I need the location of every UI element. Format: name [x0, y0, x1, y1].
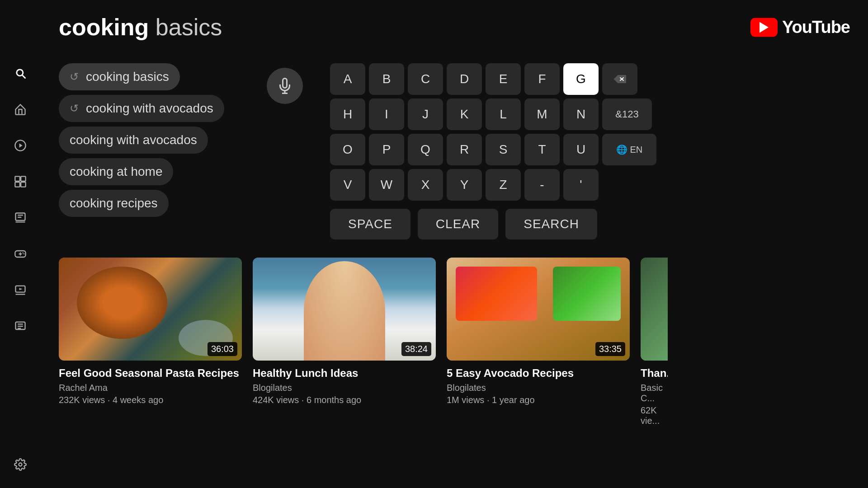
- key-w[interactable]: W: [369, 169, 404, 201]
- suggestion-cooking-with-avocados-1[interactable]: ↺ cooking with avocados: [59, 95, 224, 122]
- key-dash[interactable]: -: [524, 169, 560, 201]
- key-o[interactable]: O: [330, 134, 365, 165]
- key-language[interactable]: 🌐 EN: [602, 134, 656, 165]
- key-t[interactable]: T: [524, 134, 560, 165]
- video-title-0: Feel Good Seasonal Pasta Recipes: [59, 366, 242, 380]
- key-l[interactable]: L: [486, 99, 521, 130]
- key-s[interactable]: S: [486, 134, 521, 165]
- video-title-3: Than...: [641, 366, 668, 380]
- youtube-logo-icon: [750, 18, 778, 37]
- key-y[interactable]: Y: [447, 169, 482, 201]
- video-meta-2: 1M views · 1 year ago: [447, 395, 630, 405]
- youtube-logo-text: YouTube: [782, 18, 850, 37]
- key-c[interactable]: C: [408, 63, 443, 95]
- sidebar-item-subscriptions[interactable]: [10, 172, 30, 192]
- video-age-0: 4 weeks ago: [113, 395, 163, 405]
- suggestion-cooking-basics[interactable]: ↺ cooking basics: [59, 63, 180, 90]
- suggestion-text-1: cooking with avocados: [86, 101, 213, 116]
- search-button[interactable]: SEARCH: [505, 209, 597, 239]
- clear-button[interactable]: CLEAR: [418, 209, 498, 239]
- keyboard-row-2: H I J K L M N &123: [330, 99, 656, 130]
- key-h[interactable]: H: [330, 99, 365, 130]
- mic-area: [267, 63, 303, 104]
- history-icon-1: ↺: [70, 102, 79, 115]
- key-u[interactable]: U: [563, 134, 599, 165]
- video-channel-0: Rachel Ama: [59, 383, 242, 393]
- video-title-1: Healthy Lunch Ideas: [253, 366, 436, 380]
- history-icon-0: ↺: [70, 70, 79, 83]
- sidebar-item-settings[interactable]: [10, 455, 30, 474]
- key-f[interactable]: F: [524, 63, 560, 95]
- video-card-3[interactable]: Than... Basic C... 62K vie...: [641, 258, 668, 488]
- key-b[interactable]: B: [369, 63, 404, 95]
- video-thumb-2: 33:35: [447, 258, 630, 361]
- video-meta-1: 424K views · 6 months ago: [253, 395, 436, 405]
- key-q[interactable]: Q: [408, 134, 443, 165]
- sidebar-item-history[interactable]: [10, 316, 30, 336]
- key-k[interactable]: K: [447, 99, 482, 130]
- suggestion-text-0: cooking basics: [86, 70, 169, 84]
- video-card-0[interactable]: 36:03 Feel Good Seasonal Pasta Recipes R…: [59, 258, 242, 488]
- space-button[interactable]: SPACE: [330, 209, 410, 239]
- video-meta-3: 62K vie...: [641, 405, 668, 426]
- svg-marker-21: [19, 288, 23, 290]
- key-z[interactable]: Z: [486, 169, 521, 201]
- suggestion-text-2: cooking with avocados: [70, 133, 197, 147]
- sidebar-item-home[interactable]: [10, 99, 30, 119]
- svg-rect-6: [15, 176, 20, 181]
- key-j[interactable]: J: [408, 99, 443, 130]
- key-a[interactable]: A: [330, 63, 365, 95]
- video-thumb-1: 38:24: [253, 258, 436, 361]
- video-separator-2: ·: [487, 395, 492, 405]
- key-n[interactable]: N: [563, 99, 599, 130]
- key-x[interactable]: X: [408, 169, 443, 201]
- sidebar-item-gaming[interactable]: [10, 244, 30, 264]
- suggestions-list: ↺ cooking basics ↺ cooking with avocados…: [59, 63, 249, 217]
- video-separator-1: ·: [302, 395, 307, 405]
- video-channel-2: Blogilates: [447, 383, 630, 393]
- svg-point-26: [19, 463, 22, 466]
- suggestion-text-4: cooking recipes: [70, 196, 158, 211]
- video-duration-2: 33:35: [595, 342, 625, 356]
- video-card-2[interactable]: 33:35 5 Easy Avocado Recipes Blogilates …: [447, 258, 630, 488]
- key-d[interactable]: D: [447, 63, 482, 95]
- svg-point-18: [24, 253, 24, 254]
- sidebar-item-library[interactable]: [10, 208, 30, 228]
- suggestion-cooking-with-avocados-2[interactable]: cooking with avocados: [59, 127, 208, 154]
- key-apostrophe[interactable]: ': [563, 169, 599, 201]
- video-age-1: 6 months ago: [307, 395, 361, 405]
- video-info-2: 5 Easy Avocado Recipes Blogilates 1M vie…: [447, 361, 630, 405]
- svg-rect-9: [21, 182, 25, 187]
- sidebar-item-shorts[interactable]: [10, 136, 30, 155]
- key-i[interactable]: I: [369, 99, 404, 130]
- sidebar-item-queue[interactable]: [10, 280, 30, 300]
- key-backspace[interactable]: [602, 63, 637, 95]
- sidebar: [0, 0, 41, 488]
- video-meta-0: 232K views · 4 weeks ago: [59, 395, 242, 405]
- video-info-0: Feel Good Seasonal Pasta Recipes Rachel …: [59, 361, 242, 405]
- suggestion-text-3: cooking at home: [70, 164, 162, 179]
- video-info-1: Healthy Lunch Ideas Blogilates 424K view…: [253, 361, 436, 405]
- video-info-3: Than... Basic C... 62K vie...: [641, 361, 668, 426]
- video-duration-0: 36:03: [208, 342, 237, 356]
- key-g[interactable]: G: [563, 63, 599, 95]
- key-v[interactable]: V: [330, 169, 365, 201]
- search-area: ↺ cooking basics ↺ cooking with avocados…: [41, 54, 868, 249]
- suggestion-cooking-at-home[interactable]: cooking at home: [59, 158, 173, 185]
- sidebar-item-search[interactable]: [10, 63, 30, 83]
- key-e[interactable]: E: [486, 63, 521, 95]
- svg-rect-8: [15, 182, 20, 187]
- key-p[interactable]: P: [369, 134, 404, 165]
- key-numbers[interactable]: &123: [602, 99, 652, 130]
- video-views-0: 232K views: [59, 395, 105, 405]
- key-m[interactable]: M: [524, 99, 560, 130]
- video-card-1[interactable]: 38:24 Healthy Lunch Ideas Blogilates 424…: [253, 258, 436, 488]
- key-r[interactable]: R: [447, 134, 482, 165]
- suggestion-cooking-recipes[interactable]: cooking recipes: [59, 190, 169, 217]
- video-views-2: 1M views: [447, 395, 484, 405]
- main-content: ↺ cooking basics ↺ cooking with avocados…: [41, 54, 868, 488]
- page-title: cooking basics: [59, 14, 222, 41]
- mic-button[interactable]: [267, 68, 303, 104]
- video-age-2: 1 year ago: [492, 395, 535, 405]
- youtube-logo: YouTube: [750, 18, 850, 37]
